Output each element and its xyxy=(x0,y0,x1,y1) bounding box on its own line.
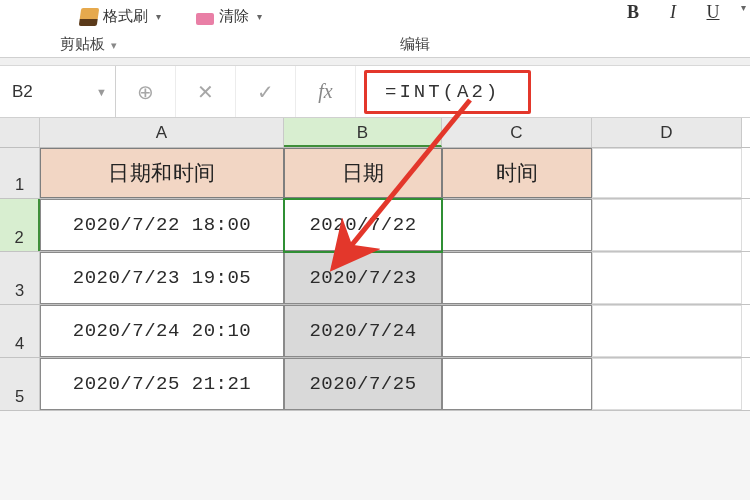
underline-button[interactable]: U xyxy=(698,2,728,23)
column-header-B[interactable]: B xyxy=(284,118,442,147)
row-header-3[interactable]: 3 xyxy=(0,252,40,304)
cell-C1[interactable]: 时间 xyxy=(442,148,592,198)
spreadsheet-grid[interactable]: A B C D 1 日期和时间 日期 时间 2 2020/7/22 18:00 … xyxy=(0,118,750,411)
cell-A1[interactable]: 日期和时间 xyxy=(40,148,284,198)
cell-D1[interactable] xyxy=(592,148,742,198)
name-box[interactable]: B2 ▼ xyxy=(0,66,116,117)
cell-D3[interactable] xyxy=(592,252,742,304)
italic-button[interactable]: I xyxy=(658,2,688,23)
confirm-formula-button[interactable]: ✓ xyxy=(236,66,296,117)
table-row: 1 日期和时间 日期 时间 xyxy=(0,148,750,199)
eraser-icon xyxy=(196,13,214,25)
clear-button[interactable]: 清除 ▾ xyxy=(186,3,272,30)
row-header-5[interactable]: 5 xyxy=(0,358,40,410)
font-style-buttons: B I U ▾ xyxy=(618,2,746,23)
cell-D4[interactable] xyxy=(592,305,742,357)
clipboard-group-label: 剪贴板▾ xyxy=(60,35,117,54)
cell-A3[interactable]: 2020/7/23 19:05 xyxy=(40,252,284,304)
formula-input[interactable]: =INT(A2) xyxy=(364,70,531,114)
insert-function-extra-icon[interactable]: ⊕ xyxy=(116,66,176,117)
column-header-C[interactable]: C xyxy=(442,118,592,147)
name-box-value: B2 xyxy=(12,82,33,102)
select-all-corner[interactable] xyxy=(0,118,40,147)
bold-button[interactable]: B xyxy=(618,2,648,23)
column-header-D[interactable]: D xyxy=(592,118,742,147)
format-painter-button[interactable]: 格式刷 ▾ xyxy=(70,3,171,30)
table-row: 3 2020/7/23 19:05 2020/7/23 xyxy=(0,252,750,305)
column-header-A[interactable]: A xyxy=(40,118,284,147)
cell-A5[interactable]: 2020/7/25 21:21 xyxy=(40,358,284,410)
row-header-1[interactable]: 1 xyxy=(0,148,40,198)
column-headers: A B C D xyxy=(0,118,750,148)
cell-D5[interactable] xyxy=(592,358,742,410)
table-row: 4 2020/7/24 20:10 2020/7/24 xyxy=(0,305,750,358)
clear-label: 清除 xyxy=(219,7,249,26)
cell-D2[interactable] xyxy=(592,199,742,251)
chevron-down-icon: ▾ xyxy=(257,11,262,22)
cell-C3[interactable] xyxy=(442,252,592,304)
cell-B5[interactable]: 2020/7/25 xyxy=(284,358,442,410)
brush-icon xyxy=(79,8,100,26)
cell-B2[interactable]: 2020/7/22 xyxy=(284,199,442,251)
cell-A2[interactable]: 2020/7/22 18:00 xyxy=(40,199,284,251)
format-painter-label: 格式刷 xyxy=(103,7,148,26)
row-header-2[interactable]: 2 xyxy=(0,199,40,251)
cell-B4[interactable]: 2020/7/24 xyxy=(284,305,442,357)
edit-group-label: 编辑 xyxy=(400,35,430,54)
chevron-down-icon: ▾ xyxy=(156,11,161,22)
cancel-formula-button[interactable]: ✕ xyxy=(176,66,236,117)
formula-input-wrap[interactable]: =INT(A2) xyxy=(356,66,750,117)
fx-icon[interactable]: fx xyxy=(296,66,356,117)
row-header-4[interactable]: 4 xyxy=(0,305,40,357)
cell-B3[interactable]: 2020/7/23 xyxy=(284,252,442,304)
cell-C4[interactable] xyxy=(442,305,592,357)
cell-C5[interactable] xyxy=(442,358,592,410)
cell-C2[interactable] xyxy=(442,199,592,251)
chevron-down-icon: ▼ xyxy=(96,86,107,98)
cell-A4[interactable]: 2020/7/24 20:10 xyxy=(40,305,284,357)
table-row: 2 2020/7/22 18:00 2020/7/22 xyxy=(0,199,750,252)
formula-bar: B2 ▼ ⊕ ✕ ✓ fx =INT(A2) xyxy=(0,66,750,118)
cell-B1[interactable]: 日期 xyxy=(284,148,442,198)
chevron-down-icon: ▾ xyxy=(111,39,117,51)
ribbon: 格式刷 ▾ 清除 ▾ 剪贴板▾ 编辑 B I U ▾ xyxy=(0,0,750,58)
chevron-down-icon: ▾ xyxy=(741,2,746,23)
table-row: 5 2020/7/25 21:21 2020/7/25 xyxy=(0,358,750,411)
